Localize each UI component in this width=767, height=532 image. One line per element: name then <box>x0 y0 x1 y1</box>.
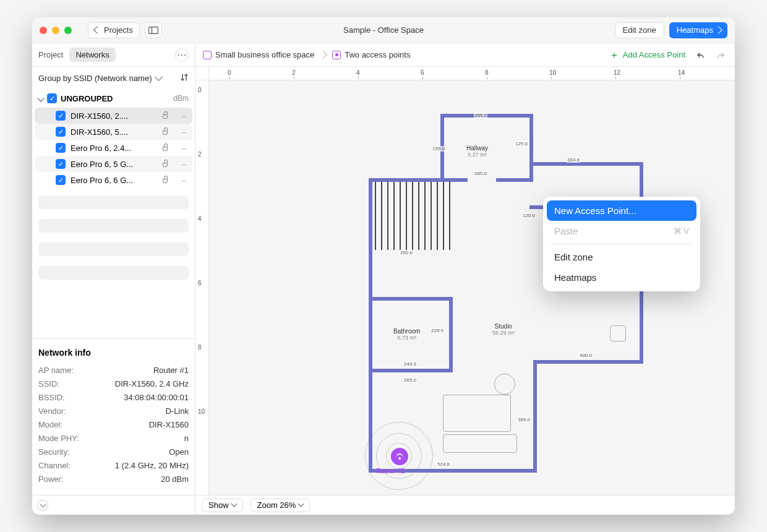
chevron-down-icon <box>155 73 163 81</box>
redo-button[interactable] <box>715 49 727 61</box>
network-info-panel: Network info AP name:Router #1 SSID:DIR-… <box>32 338 195 495</box>
minimize-window-button[interactable] <box>52 27 59 34</box>
info-val-ssid: DIR-X1560, 2.4 GHz <box>115 377 189 391</box>
ruler-tick-mark <box>358 77 359 79</box>
network-dbm: – <box>175 176 186 185</box>
lock-icon <box>163 176 170 185</box>
router-marker[interactable] <box>391 448 408 465</box>
ruler-tick: 10 <box>198 408 205 415</box>
heatmaps-button[interactable]: Heatmaps <box>669 22 727 38</box>
room-label-studio: Studio56.29 m² <box>492 323 515 336</box>
sidebar-toggle-button[interactable] <box>145 22 162 38</box>
group-checkbox[interactable]: ✓ <box>47 93 57 103</box>
back-label: Projects <box>104 25 133 35</box>
info-val-vendor: D-Link <box>165 405 189 418</box>
room-label-hallway: Hallway5.27 m² <box>466 145 488 158</box>
canvas-row: 0246810 Hallway5.27 m² 285.0 <box>195 80 735 495</box>
network-list-item[interactable]: ✓ Eero Pro 6, 5 G... – <box>35 156 192 172</box>
zoom-window-button[interactable] <box>64 27 72 34</box>
info-val-apname: Router #1 <box>153 364 189 377</box>
edit-zone-button[interactable]: Edit zone <box>615 22 664 38</box>
show-label: Show <box>208 500 229 510</box>
network-checkbox[interactable]: ✓ <box>56 159 66 169</box>
placeholder-row <box>38 195 189 209</box>
group-header-ungrouped[interactable]: ✓ UNGROUPED dBm <box>32 89 195 108</box>
info-val-bssid: 34:08:04:00:00:01 <box>124 391 189 405</box>
sort-icon <box>180 73 189 82</box>
ctx-edit-zone[interactable]: Edit zone <box>547 247 696 267</box>
floorplan: Hallway5.27 m² 285.0 155.0 125.0 285.0 <box>350 114 643 473</box>
ruler-tick: 6 <box>421 69 424 76</box>
collapse-sidebar-button[interactable] <box>37 500 48 511</box>
titlebar: Projects Sample - Office Space Edit zone… <box>32 17 735 43</box>
ruler-tick: 2 <box>292 69 296 76</box>
network-list-item[interactable]: ✓ DIR-X1560, 2.... – <box>35 108 192 124</box>
furniture-sofa <box>443 395 511 432</box>
ruler-tick: 14 <box>678 69 685 76</box>
network-list-item[interactable]: ✓ Eero Pro 6, 2.4... – <box>35 140 192 156</box>
group-by-dropdown[interactable]: Group by SSID (Network name) <box>32 67 195 89</box>
canvas[interactable]: Hallway5.27 m² 285.0 155.0 125.0 285.0 <box>209 80 735 495</box>
network-list: ✓ DIR-X1560, 2.... –✓ DIR-X1560, 5.... –… <box>32 108 195 188</box>
tab-networks[interactable]: Networks <box>69 48 115 62</box>
sidebar-more-button[interactable]: ⋯ <box>175 48 189 62</box>
ruler-tick: 6 <box>198 280 202 286</box>
statusbar: Show Zoom 26% <box>195 495 735 515</box>
ctx-label: Heatmaps <box>554 272 596 283</box>
add-access-point-button[interactable]: ＋ Add Access Point <box>609 50 685 59</box>
sidebar-footer <box>32 495 195 515</box>
network-checkbox[interactable]: ✓ <box>56 143 66 153</box>
network-list-item[interactable]: ✓ DIR-X1560, 5.... – <box>35 124 192 140</box>
breadcrumb-floorplan[interactable]: Small business office space <box>203 50 314 59</box>
info-key-mode: Mode PHY: <box>38 432 184 445</box>
group-unit: dBm <box>173 94 189 103</box>
network-info-title: Network info <box>38 348 189 358</box>
back-to-projects-button[interactable]: Projects <box>88 22 140 38</box>
breadcrumb-zone[interactable]: Two access points <box>332 50 410 59</box>
wall <box>372 369 453 372</box>
sidebar: Project Networks ⋯ Group by SSID (Networ… <box>32 43 195 515</box>
ruler-tick-mark <box>229 77 230 79</box>
ruler-tick-mark <box>551 77 552 79</box>
network-name: DIR-X1560, 5.... <box>71 127 158 137</box>
wall <box>529 114 533 182</box>
dim-label: 400.0 <box>579 353 593 358</box>
content-area: Project Networks ⋯ Group by SSID (Networ… <box>32 43 735 515</box>
ruler-tick: 0 <box>228 69 231 76</box>
dot-icon <box>335 53 338 56</box>
dim-label: 229.5 <box>431 328 444 333</box>
wall <box>529 162 643 166</box>
tab-project[interactable]: Project <box>38 50 63 59</box>
sidebar-tabs: Project Networks ⋯ <box>32 43 195 67</box>
ruler-tick: 8 <box>485 69 489 76</box>
redo-icon <box>716 51 726 59</box>
wifi-icon <box>396 453 403 460</box>
zoom-dropdown[interactable]: Zoom 26% <box>251 499 311 512</box>
undo-icon <box>695 51 705 59</box>
network-checkbox[interactable]: ✓ <box>56 111 66 121</box>
ruler-vertical: 0246810 <box>195 80 209 495</box>
sort-button[interactable] <box>180 73 189 84</box>
info-key-ssid: SSID: <box>38 377 115 391</box>
room-label-bathroom: Bathroom5.73 m² <box>393 328 420 341</box>
network-name: Eero Pro 6, 5 G... <box>71 160 158 169</box>
ctx-new-access-point[interactable]: New Access Point... <box>547 200 696 221</box>
network-checkbox[interactable]: ✓ <box>56 127 66 137</box>
ctx-heatmaps[interactable]: Heatmaps <box>547 267 696 288</box>
dim-label: 524.8 <box>437 461 450 467</box>
show-dropdown[interactable]: Show <box>202 499 243 512</box>
router-label: Router #2 <box>376 468 405 474</box>
network-checkbox[interactable]: ✓ <box>56 175 66 185</box>
undo-button[interactable] <box>694 49 706 61</box>
network-name: Eero Pro 6, 6 G... <box>71 176 158 185</box>
ctx-paste[interactable]: Paste ⌘ V <box>547 221 696 241</box>
info-key-apname: AP name: <box>38 364 153 377</box>
ruler-tick-mark <box>487 77 487 79</box>
menu-separator <box>552 244 692 244</box>
network-list-item[interactable]: ✓ Eero Pro 6, 6 G... – <box>35 172 192 188</box>
info-key-security: Security: <box>38 445 169 459</box>
close-window-button[interactable] <box>40 27 47 34</box>
plus-icon: ＋ <box>609 51 619 59</box>
zoom-label: Zoom 26% <box>257 500 296 510</box>
breadcrumb-seg1-label: Small business office space <box>215 50 314 59</box>
